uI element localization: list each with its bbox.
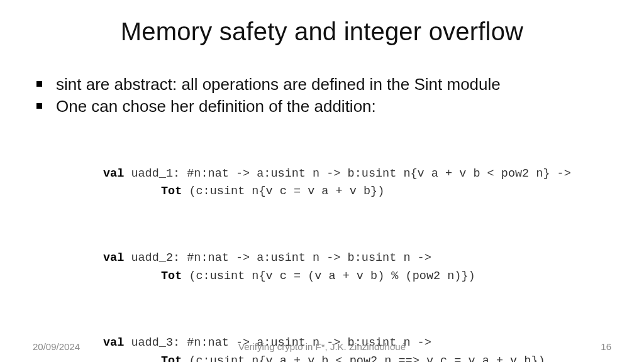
bullet-list: sint are abstract: all operations are de… [36, 74, 614, 118]
keyword-tot: Tot [161, 185, 182, 198]
keyword-val: val [103, 167, 124, 180]
keyword-tot: Tot [161, 270, 182, 283]
slide-title: Memory safety and integer overflow [30, 18, 614, 46]
bullet-item: One can chose her definition of the addi… [36, 96, 614, 118]
slide-footer: 20/09/2024 Verifying crypto in F*, J.K. … [0, 341, 644, 352]
code-return-line: Tot (c:usint n{v c = v a + v b}) [103, 183, 614, 201]
code-signature: uadd_2: #n:nat -> a:usint n -> b:usint n… [124, 251, 431, 265]
code-return-line: Tot (c:usint n{v c = (v a + v b) % (pow2… [103, 268, 614, 286]
bullet-item: sint are abstract: all operations are de… [36, 74, 614, 96]
footer-date: 20/09/2024 [33, 341, 80, 352]
code-return: (c:usint n{v c = v a + v b}) [182, 185, 384, 198]
code-block: val uadd_1: #n:nat -> a:usint n -> b:usi… [103, 129, 614, 362]
code-definition-1: val uadd_1: #n:nat -> a:usint n -> b:usi… [103, 165, 614, 201]
code-definition-2: val uadd_2: #n:nat -> a:usint n -> b:usi… [103, 250, 614, 285]
bullet-text: sint are abstract: all operations are de… [56, 74, 501, 96]
code-signature: uadd_1: #n:nat -> a:usint n -> b:usint n… [124, 167, 571, 180]
bullet-text: One can chose her definition of the addi… [56, 96, 376, 118]
code-return: (c:usint n{v a + v b < pow2 n ==> v c = … [182, 354, 545, 362]
keyword-val: val [103, 251, 124, 265]
footer-center: Verifying crypto in F*, J.K. Zinzindohou… [0, 341, 644, 352]
footer-page-number: 16 [601, 341, 611, 352]
square-bullet-icon [36, 103, 42, 109]
code-return: (c:usint n{v c = (v a + v b) % (pow2 n)}… [182, 270, 475, 283]
square-bullet-icon [36, 81, 42, 87]
slide-body: Memory safety and integer overflow sint … [0, 0, 644, 362]
code-return-line: Tot (c:usint n{v a + v b < pow2 n ==> v … [103, 353, 614, 362]
keyword-tot: Tot [161, 354, 182, 362]
